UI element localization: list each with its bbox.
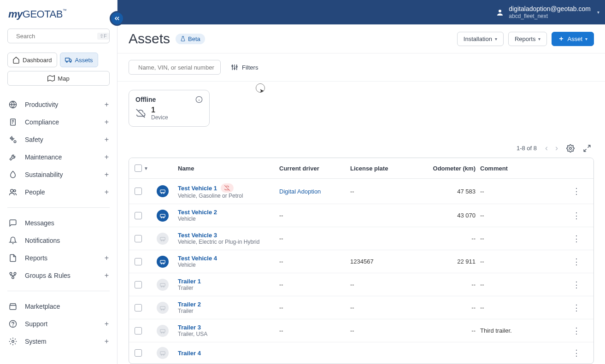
svg-point-41	[163, 217, 164, 217]
row-checkbox[interactable]	[135, 327, 142, 335]
row-actions-button[interactable]: ⋮	[566, 303, 587, 313]
sidebar-item-groups-rules[interactable]: Groups & Rules+	[4, 267, 113, 284]
row-actions-button[interactable]: ⋮	[566, 348, 587, 358]
table-row[interactable]: Test Vehicle 1Vehicle, Gasoline or Petro…	[129, 179, 593, 204]
asset-name-link[interactable]: Trailer 1	[178, 278, 201, 285]
table-row[interactable]: Test Vehicle 2Vehicle--43 070--⋮	[129, 204, 593, 227]
table-row[interactable]: Trailer 3Trailer, USA------Third trailer…	[129, 319, 593, 342]
row-actions-button[interactable]: ⋮	[566, 257, 587, 267]
search-field[interactable]	[16, 33, 94, 40]
sidebar-item-system[interactable]: System+	[4, 333, 113, 350]
plus-icon: +	[105, 271, 109, 280]
row-actions-button[interactable]: ⋮	[566, 186, 587, 196]
nav-icon	[8, 236, 18, 245]
svg-point-55	[161, 332, 162, 333]
col-plate[interactable]: License plate	[350, 165, 412, 172]
sidebar-item-compliance[interactable]: Compliance+	[4, 113, 113, 131]
offline-sub: Device	[151, 114, 168, 121]
plus-icon: +	[105, 100, 109, 109]
row-checkbox[interactable]	[135, 304, 142, 311]
filters-button[interactable]: Filters	[231, 64, 258, 71]
asset-name-link[interactable]: Test Vehicle 4	[178, 255, 217, 262]
svg-point-18	[499, 10, 501, 12]
row-checkbox[interactable]	[135, 349, 142, 357]
col-comment[interactable]: Comment	[480, 165, 566, 172]
sort-icon[interactable]: ▼	[144, 166, 148, 171]
cell-driver: --	[279, 281, 350, 288]
sidebar-item-marketplace[interactable]: Marketplace	[4, 298, 113, 315]
asset-type-icon	[157, 347, 169, 359]
expand-icon[interactable]	[583, 144, 591, 153]
asset-name-link[interactable]: Trailer 4	[178, 350, 201, 357]
asset-name-link[interactable]: Trailer 3	[178, 324, 201, 331]
driver-link[interactable]: Digital Adoption	[279, 188, 321, 195]
cloud-off-icon	[135, 108, 146, 118]
sidebar-item-people[interactable]: People+	[4, 183, 113, 201]
name-filter-field[interactable]	[138, 64, 216, 71]
col-name[interactable]: Name	[178, 165, 279, 172]
table-row[interactable]: Test Vehicle 3Vehicle, Electric or Plug-…	[129, 227, 593, 250]
map-icon	[47, 75, 55, 82]
table-row[interactable]: Trailer 2Trailer--------⋮	[129, 296, 593, 319]
nav-icon	[8, 170, 18, 179]
nav-pill-dashboard[interactable]: Dashboard	[7, 53, 57, 67]
offline-card[interactable]: Offline 1 Device	[129, 90, 210, 127]
row-checkbox[interactable]	[135, 281, 142, 288]
sidebar-item-label: Notifications	[25, 237, 60, 244]
asset-subtype: Trailer	[178, 308, 279, 314]
row-actions-button[interactable]: ⋮	[566, 280, 587, 290]
user-menu[interactable]: digitaladoption@geotab.com abcd_fleet_ne…	[496, 5, 599, 20]
row-checkbox[interactable]	[135, 212, 142, 219]
sidebar-item-productivity[interactable]: Productivity+	[4, 96, 113, 113]
table-row[interactable]: Test Vehicle 4Vehicle--123456722 911--⋮	[129, 250, 593, 273]
sidebar-item-sustainability[interactable]: Sustainability+	[4, 166, 113, 183]
installation-button[interactable]: Installation▾	[457, 32, 504, 46]
select-all-checkbox[interactable]	[135, 164, 142, 172]
add-asset-button[interactable]: Asset▾	[552, 32, 594, 46]
asset-subtype: Trailer	[178, 285, 279, 291]
svg-point-27	[232, 65, 233, 67]
cell-odometer: 43 070	[412, 212, 480, 219]
sidebar-item-messages[interactable]: Messages	[4, 214, 113, 232]
row-actions-button[interactable]: ⋮	[566, 211, 587, 221]
info-icon[interactable]	[195, 96, 203, 103]
sidebar-item-reports[interactable]: Reports+	[4, 249, 113, 267]
row-checkbox[interactable]	[135, 188, 142, 195]
table-row[interactable]: Trailer 1Trailer--------⋮	[129, 273, 593, 296]
search-input[interactable]: ⇧F	[7, 29, 110, 43]
col-odometer[interactable]: Odometer (km)	[412, 165, 480, 172]
asset-name-link[interactable]: Test Vehicle 2	[178, 209, 217, 216]
row-checkbox[interactable]	[135, 258, 142, 265]
truck-icon	[65, 56, 72, 64]
asset-name-link[interactable]: Test Vehicle 1	[178, 185, 217, 192]
svg-point-47	[163, 263, 164, 264]
collapse-sidebar-button[interactable]	[110, 11, 124, 26]
asset-name-link[interactable]: Test Vehicle 3	[178, 232, 217, 239]
col-driver[interactable]: Current driver	[279, 165, 350, 172]
svg-rect-57	[160, 352, 165, 354]
asset-type-icon	[157, 279, 169, 291]
name-filter-input[interactable]	[129, 60, 221, 75]
row-actions-button[interactable]: ⋮	[566, 326, 587, 336]
sidebar-item-safety[interactable]: Safety+	[4, 131, 113, 148]
plus-icon: +	[105, 153, 109, 161]
nav-pill-map[interactable]: Map	[7, 71, 110, 86]
row-checkbox[interactable]	[135, 235, 142, 242]
nav-icon	[8, 118, 18, 126]
asset-type-icon	[157, 302, 169, 314]
plus-icon: +	[105, 320, 109, 328]
cell-odometer: --	[412, 327, 480, 334]
table-row[interactable]: Trailer 4⋮	[129, 342, 593, 364]
beta-badge: Beta	[176, 34, 205, 44]
gear-icon[interactable]	[566, 144, 575, 153]
sidebar-item-support[interactable]: Support+	[4, 315, 113, 333]
nav-pill-assets[interactable]: Assets	[60, 53, 98, 67]
asset-name-link[interactable]: Trailer 2	[178, 301, 201, 308]
reports-button[interactable]: Reports▾	[508, 32, 547, 46]
sidebar-item-maintenance[interactable]: Maintenance+	[4, 148, 113, 166]
page-next-button[interactable]: ›	[555, 143, 558, 153]
sidebar-item-notifications[interactable]: Notifications	[4, 232, 113, 249]
page-prev-button[interactable]: ‹	[545, 143, 548, 153]
row-actions-button[interactable]: ⋮	[566, 234, 587, 244]
user-database: abcd_fleet_next	[509, 13, 591, 20]
